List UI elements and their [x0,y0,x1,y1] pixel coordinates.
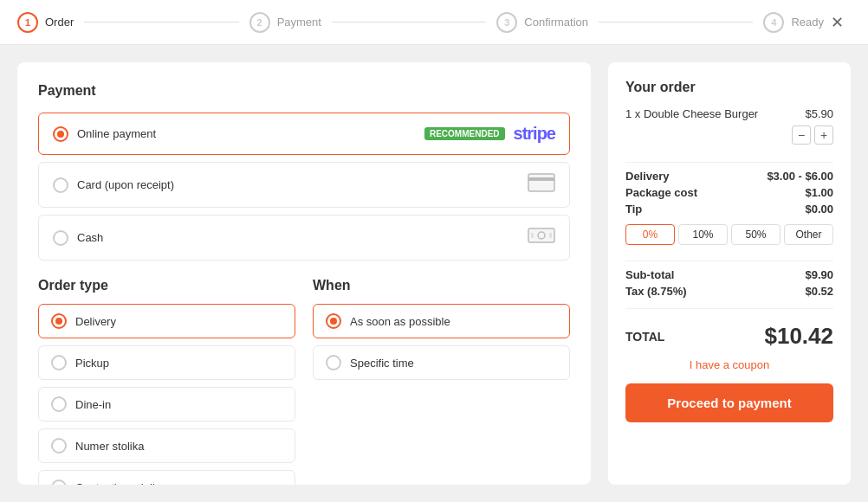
left-panel: Payment Online payment Recommended strip… [17,62,591,485]
coupon-link[interactable]: I have a coupon [625,358,833,371]
step-ready[interactable]: 4 Ready [763,12,824,33]
your-order-title: Your order [625,80,833,95]
order-item-row: 1 x Double Cheese Burger $5.90 [625,107,833,120]
payment-section: Payment Online payment Recommended strip… [38,83,570,261]
radio-cash [53,230,68,246]
close-button[interactable]: ✕ [824,10,851,35]
card-icon [528,173,555,196]
radio-pickup [51,355,67,370]
radio-dine-in [51,396,67,412]
divider-2 [625,261,833,261]
total-label: TOTAL [625,330,664,344]
order-type-title: Order type [38,278,295,293]
step-order-circle: 1 [17,12,38,33]
order-option-dine-in[interactable]: Dine-in [38,387,295,422]
radio-online [53,126,68,142]
when-label-asap: As soon as possible [350,315,450,328]
step-order-label: Order [45,16,74,29]
step-ready-circle: 4 [763,12,784,33]
tip-value: $0.00 [805,203,833,216]
svg-rect-1 [528,177,554,181]
when-section: When As soon as possible Specific time [313,278,570,485]
tip-btn-10[interactable]: 10% [678,224,728,245]
stepper-line-1 [84,22,238,23]
divider-1 [625,162,833,163]
tip-btn-0[interactable]: 0% [625,224,675,245]
radio-card [53,177,68,193]
subtotal-label: Sub-total [625,268,674,281]
tax-label: Tax (8.75%) [625,285,687,298]
total-row: TOTAL $10.42 [625,323,833,350]
payment-label-card: Card (upon receipt) [77,178,519,191]
stripe-logo: stripe [514,124,555,144]
payment-label-online: Online payment [77,127,416,140]
when-title: When [313,278,570,293]
tax-row: Tax (8.75%) $0.52 [625,285,833,298]
divider-3 [625,308,833,309]
step-confirmation-circle: 3 [496,12,517,33]
order-type-section: Order type Delivery Pickup Dine-in Numer… [38,278,295,485]
order-label-dine-in: Dine-in [75,398,111,411]
step-confirmation[interactable]: 3 Confirmation [496,12,588,33]
subtotal-row: Sub-total $9.90 [625,268,833,281]
package-label: Package cost [625,186,697,199]
delivery-row: Delivery $3.00 - $6.00 [625,170,833,183]
total-value: $10.42 [764,323,833,350]
cash-icon [528,226,555,249]
order-option-delivery[interactable]: Delivery [38,304,295,338]
radio-asap [326,313,341,329]
tip-buttons: 0% 10% 50% Other [625,224,833,245]
right-panel: Your order 1 x Double Cheese Burger $5.9… [608,62,851,485]
tip-label: Tip [625,203,642,216]
stepper-line-3 [599,22,753,23]
tax-value: $0.52 [805,285,833,298]
radio-numer-stolika [51,438,67,454]
stepper-line-2 [332,22,486,23]
step-ready-label: Ready [791,16,824,29]
subtotal-value: $9.90 [805,268,833,281]
radio-delivery [51,313,67,329]
tip-row: Tip $0.00 [625,203,833,216]
order-item-price: $5.90 [805,107,833,120]
when-option-specific[interactable]: Specific time [313,345,570,380]
step-payment-circle: 2 [249,12,270,33]
order-option-pickup[interactable]: Pickup [38,345,295,380]
order-label-numer-stolika: Numer stolika [75,440,144,453]
order-label-delivery: Delivery [75,315,116,328]
step-order[interactable]: 1 Order [17,12,74,33]
order-option-numer-stolika[interactable]: Numer stolika [38,428,295,463]
tip-btn-50[interactable]: 50% [731,224,781,245]
qty-controls: − + [625,126,833,145]
order-item-name: 1 x Double Cheese Burger [625,107,758,120]
step-payment[interactable]: 2 Payment [249,12,321,33]
when-label-specific: Specific time [350,357,414,370]
svg-rect-4 [531,233,534,238]
delivery-label: Delivery [625,170,670,183]
svg-rect-5 [549,233,552,238]
payment-label-cash: Cash [77,231,519,244]
qty-decrease-button[interactable]: − [792,126,811,145]
radio-contactless [51,479,67,485]
order-label-contactless: Contactless delivery [75,481,176,486]
order-option-contactless[interactable]: Contactless delivery [38,470,295,485]
stepper: 1 Order 2 Payment 3 Confirmation 4 Ready… [0,0,868,45]
delivery-value: $3.00 - $6.00 [767,170,833,183]
recommended-badge: Recommended [424,127,505,140]
step-confirmation-label: Confirmation [524,16,588,29]
package-value: $1.00 [805,186,833,199]
proceed-button[interactable]: Proceed to payment [625,383,833,422]
qty-increase-button[interactable]: + [814,126,833,145]
package-row: Package cost $1.00 [625,186,833,199]
payment-option-cash[interactable]: Cash [38,215,570,261]
payment-option-online[interactable]: Online payment Recommended stripe [38,113,570,155]
main-content: Payment Online payment Recommended strip… [0,45,868,502]
step-payment-label: Payment [277,16,321,29]
payment-title: Payment [38,83,570,99]
payment-option-card[interactable]: Card (upon receipt) [38,162,570,208]
svg-rect-0 [528,174,554,191]
radio-specific [326,355,341,370]
order-when-section: Order type Delivery Pickup Dine-in Numer… [38,278,570,485]
tip-btn-other[interactable]: Other [784,224,833,245]
when-option-asap[interactable]: As soon as possible [313,304,570,338]
order-label-pickup: Pickup [75,357,109,370]
